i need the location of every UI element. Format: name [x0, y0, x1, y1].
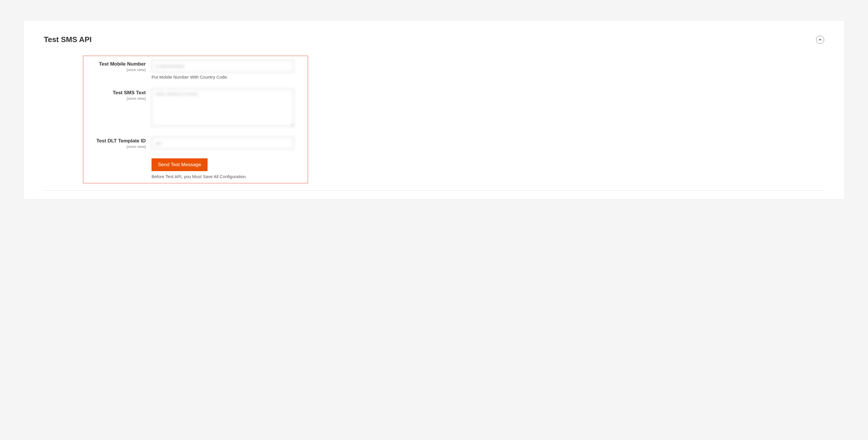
- collapse-button[interactable]: [816, 36, 824, 44]
- send-test-message-button[interactable]: Send Test Message: [152, 158, 208, 171]
- action-help-text: Before Test API, you Must Save All Confi…: [152, 174, 294, 179]
- dlt-template-label: Test DLT Template ID: [96, 138, 146, 143]
- highlight-annotation-box: Test Mobile Number [store view] Put Mobi…: [83, 56, 308, 183]
- form-row-sms-text: Test SMS Text [store view]: [86, 89, 302, 128]
- input-col: [152, 137, 294, 149]
- label-col: Test SMS Text [store view]: [86, 89, 152, 101]
- input-col: [152, 89, 294, 128]
- sms-text-textarea[interactable]: [152, 89, 294, 127]
- dlt-template-input[interactable]: [152, 137, 294, 149]
- mobile-help-text: Put Mobile Number With Country Code.: [152, 74, 294, 79]
- mobile-label: Test Mobile Number: [99, 61, 146, 67]
- label-col: Test Mobile Number [store view]: [86, 60, 152, 72]
- sms-text-scope: [store view]: [86, 96, 146, 101]
- input-col: Send Test Message Before Test API, you M…: [152, 158, 294, 179]
- form-row-dlt-template: Test DLT Template ID [store view]: [86, 137, 302, 149]
- divider: [44, 190, 824, 191]
- section-header: Test SMS API: [44, 35, 824, 44]
- label-col: Test DLT Template ID [store view]: [86, 137, 152, 149]
- section-title: Test SMS API: [44, 35, 92, 44]
- config-card: Test SMS API Test Mobile Number [store v…: [23, 20, 845, 200]
- label-col: [86, 158, 152, 160]
- chevron-up-icon: [818, 38, 822, 41]
- input-col: Put Mobile Number With Country Code.: [152, 60, 294, 79]
- mobile-scope: [store view]: [86, 68, 146, 72]
- dlt-template-scope: [store view]: [86, 144, 146, 149]
- form-row-action: Send Test Message Before Test API, you M…: [86, 158, 302, 179]
- sms-text-label: Test SMS Text: [113, 90, 146, 95]
- mobile-input[interactable]: [152, 60, 294, 72]
- form-row-mobile: Test Mobile Number [store view] Put Mobi…: [86, 60, 302, 79]
